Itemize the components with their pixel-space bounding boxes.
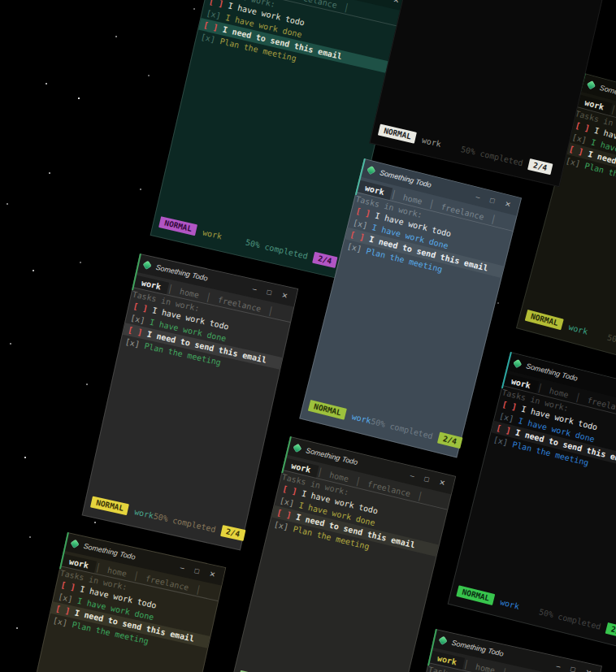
completion-text: 50% completed (370, 416, 434, 440)
window-controls: – □ ✕ (556, 661, 592, 672)
status-bar: NORMAL work 50% completed 2/4 (308, 400, 451, 446)
status-bar: NORMAL work 50% completed 2/4 (90, 496, 234, 539)
app-gem-icon (513, 359, 522, 368)
completion-text: 50% completed (153, 511, 217, 534)
app-gem-icon (439, 636, 448, 645)
active-list-label: work (421, 135, 442, 148)
checkbox-checked[interactable]: [x] (200, 33, 221, 46)
close-button[interactable]: ✕ (208, 570, 216, 579)
status-bar: NORMAL work 50% completed 2/4 (158, 216, 337, 268)
window-controls: – □ ✕ (252, 284, 288, 300)
minimize-button[interactable]: – (252, 284, 258, 293)
checkbox-checked[interactable]: [x] (52, 616, 73, 629)
active-list-label: work (568, 322, 589, 336)
completion-text: 50% completed (460, 144, 524, 167)
checkbox-checked[interactable]: [x] (273, 520, 294, 533)
window-controls: – □ ✕ (180, 563, 216, 579)
minimize-button[interactable]: – (410, 471, 415, 480)
checkbox-checked[interactable]: [x] (124, 337, 145, 350)
mode-badge: NORMAL (308, 400, 347, 420)
close-button[interactable]: ✕ (504, 200, 512, 210)
app-gem-icon (293, 444, 301, 453)
checkbox-checked[interactable]: [x] (565, 156, 586, 170)
todo-window-graphite-yellow[interactable]: Something Todo – □ ✕ work │ home │ freel… (82, 254, 299, 550)
close-button[interactable]: ✕ (393, 0, 401, 5)
active-list-label: work (133, 507, 154, 520)
todo-item-4[interactable]: [x] Plan the meeting (412, 0, 603, 7)
count-badge: 2/4 (220, 525, 246, 541)
background-noise-speckles (0, 0, 2, 2)
maximize-button[interactable]: □ (378, 0, 384, 2)
todo-window-olive-green[interactable]: Something Todo – □ ✕ work │ home │ freel… (7, 532, 226, 672)
mode-badge: NORMAL (378, 124, 417, 144)
maximize-button[interactable]: □ (489, 196, 496, 205)
active-list-label: work (202, 228, 223, 241)
mode-badge: NORMAL (158, 216, 197, 236)
mode-badge: NORMAL (90, 496, 129, 516)
todo-window-black-blue-green[interactable]: Something Todo – □ ✕ work │ home │ freel… (448, 352, 616, 652)
count-badge: 2/4 (437, 432, 463, 449)
status-spacer (588, 332, 607, 337)
app-gem-icon (71, 540, 80, 548)
completion-text: 50% completed (538, 607, 602, 631)
minimize-button[interactable]: – (475, 193, 481, 202)
minimize-button[interactable]: – (556, 661, 562, 670)
maximize-button[interactable]: □ (570, 665, 575, 672)
status-bar: NORMAL work 50% completed 2/4 (378, 124, 553, 176)
status-spacer (222, 236, 245, 242)
status-bar: NORMAL work 50% completed 2/4 (525, 310, 616, 366)
minimize-button[interactable]: – (180, 563, 185, 572)
todo-window-charcoal-olive[interactable]: Something Todo – □ ✕ work │ home │ freel… (229, 436, 456, 672)
close-button[interactable]: ✕ (584, 668, 592, 672)
app-gem-icon (587, 80, 596, 89)
close-button[interactable]: ✕ (438, 479, 446, 488)
count-badge: 2/4 (605, 622, 616, 639)
close-button[interactable]: ✕ (280, 291, 288, 300)
status-spacer (519, 606, 539, 611)
mode-badge: NORMAL (456, 585, 495, 605)
count-badge: 2/4 (312, 252, 338, 268)
app-gem-icon (143, 261, 152, 270)
maximize-button[interactable]: □ (193, 566, 199, 575)
collage-canvas: Something Todo – □ ✕ work │ home │ freel… (0, 0, 616, 672)
checkbox-checked[interactable]: [x] (346, 241, 367, 255)
completion-text: 50% completed (245, 237, 309, 260)
status-bar: NORMAL work 50% completed 2/4 (456, 585, 616, 639)
todo-item-label: Plan the meeting (583, 161, 616, 190)
mode-badge: NORMAL (525, 310, 564, 331)
status-spacer (441, 144, 461, 149)
app-gem-icon (367, 166, 375, 175)
count-badge: 2/4 (527, 158, 553, 175)
active-list-label: work (499, 597, 520, 611)
todo-list: [ ] I have work todo [x] I have work don… (412, 0, 611, 7)
maximize-button[interactable]: □ (423, 475, 430, 483)
maximize-button[interactable]: □ (266, 288, 271, 297)
completion-text: 50% completed (606, 332, 616, 358)
active-list-label: work (351, 412, 372, 426)
checkbox-checked[interactable]: [x] (492, 435, 514, 449)
